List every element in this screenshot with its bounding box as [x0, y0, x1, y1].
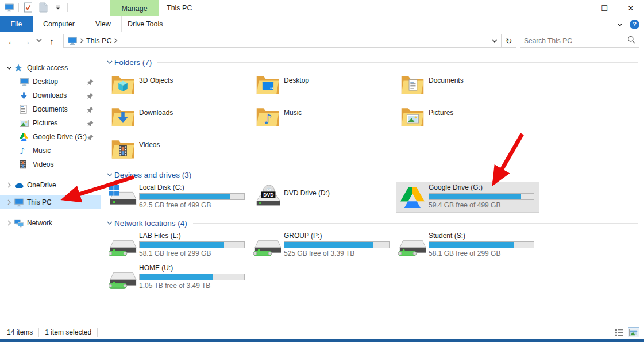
search-box[interactable] [520, 34, 639, 48]
sidebar-item-quick-access[interactable]: Quick access [0, 61, 101, 75]
tab-view[interactable]: View [85, 16, 121, 32]
chevron-down-icon[interactable] [105, 221, 114, 225]
refresh-icon[interactable]: ↻ [501, 34, 516, 47]
tile-desktop[interactable]: Desktop [251, 69, 395, 100]
pin-icon [87, 134, 94, 140]
tile-local-disk-c[interactable]: Local Disk (C:)62.5 GB free of 499 GB [106, 182, 250, 213]
videos-icon [20, 160, 26, 169]
section-header-network-locations-4[interactable]: Network locations (4) [105, 217, 639, 229]
chevron-down-icon[interactable] [5, 66, 14, 70]
ribbon-collapse-icon[interactable] [617, 19, 623, 29]
sidebar-item-documents[interactable]: Documents [0, 102, 101, 116]
sidebar-item-videos[interactable]: Videos [0, 157, 101, 171]
sidebar-item-google-drive-g[interactable]: Google Drive (G:) [0, 130, 101, 144]
tile-label: Videos [139, 141, 249, 149]
breadcrumb-this-pc[interactable]: This PC [86, 37, 111, 45]
net-drive-icon [109, 233, 137, 258]
history-dropdown-icon[interactable] [36, 38, 43, 44]
sidebar-item-desktop[interactable]: Desktop [0, 75, 101, 89]
properties-check-icon[interactable] [22, 2, 34, 13]
tile-dvd-drive-d[interactable]: DVDDVD Drive (D:) [251, 182, 395, 213]
chevron-right-icon[interactable] [5, 199, 14, 205]
contextual-group-manage[interactable]: Manage [110, 0, 159, 17]
close-button[interactable]: ✕ [618, 0, 644, 16]
folder-documents-icon [400, 71, 425, 98]
maximize-button[interactable]: ☐ [591, 0, 618, 16]
chevron-right-icon[interactable] [5, 182, 14, 188]
chevron-down-icon[interactable] [105, 60, 114, 64]
up-button[interactable]: ↑ [46, 37, 57, 45]
address-dropdown-icon[interactable] [488, 38, 501, 44]
pin-icon [87, 79, 94, 85]
sidebar-item-onedrive[interactable]: OneDrive [0, 178, 101, 192]
help-icon[interactable]: ? [630, 20, 639, 29]
chevron-down-icon[interactable] [105, 172, 114, 177]
gdrive-big-icon [400, 187, 425, 208]
content-pane: Folders (7)3D ObjectsDesktopDocumentsDow… [101, 49, 644, 325]
minimize-button[interactable]: – [565, 0, 591, 16]
capacity-bar [139, 274, 245, 280]
tab-computer[interactable]: Computer [33, 16, 85, 32]
tile-student-s[interactable]: Student (S:)58.1 GB free of 299 GB [396, 230, 539, 261]
this-pc-icon [14, 198, 24, 207]
tile-label: Documents [429, 76, 539, 84]
tab-file[interactable]: File [0, 16, 33, 32]
net-drive-icon [253, 233, 282, 258]
sidebar-item-this-pc[interactable]: This PC [0, 195, 101, 209]
search-input[interactable] [524, 37, 627, 45]
folder-pictures-icon [400, 103, 425, 130]
tile-videos[interactable]: Videos [106, 133, 250, 164]
sidebar-item-downloads[interactable]: Downloads [0, 89, 101, 102]
tile-3d-objects[interactable]: 3D Objects [106, 69, 250, 100]
address-bar[interactable]: This PC ↻ [63, 34, 516, 48]
details-view-icon[interactable] [613, 327, 624, 337]
sidebar-item-network[interactable]: Network [0, 216, 101, 230]
tab-drive-tools[interactable]: Drive Tools [121, 16, 169, 32]
tile-label: Student (S:) [429, 232, 539, 240]
tile-label: Pictures [429, 109, 539, 117]
tile-home-u[interactable]: HOME (U:)1.05 TB free of 3.49 TB [106, 262, 250, 293]
sidebar-item-label: Documents [33, 105, 68, 113]
sidebar-item-label: Network [27, 219, 52, 227]
thumbnail-view-icon[interactable] [628, 327, 639, 337]
tile-google-drive-g[interactable]: Google Drive (G:)59.4 GB free of 499 GB [396, 182, 539, 213]
section-divider [157, 62, 638, 63]
tile-label: DVD Drive (D:) [284, 189, 394, 197]
tile-music[interactable]: ♪Music [251, 101, 395, 132]
back-button[interactable]: ← [6, 37, 17, 45]
section-divider [197, 175, 638, 175]
new-item-icon[interactable] [37, 2, 49, 13]
free-space-text: 58.1 GB free of 299 GB [139, 249, 249, 258]
chevron-right-icon[interactable] [5, 220, 14, 226]
this-pc-icon[interactable] [3, 2, 15, 13]
tile-group-p[interactable]: GROUP (P:)525 GB free of 3.39 TB [251, 230, 395, 261]
sidebar-item-label: Music [33, 147, 51, 155]
tile-pictures[interactable]: Pictures [396, 101, 539, 132]
dvd-icon: DVD [253, 184, 282, 210]
folder-desktop-icon [255, 71, 280, 98]
section-header-folders-7[interactable]: Folders (7) [105, 56, 639, 68]
net-drive-icon [109, 265, 137, 290]
capacity-bar [429, 193, 534, 200]
sidebar-item-music[interactable]: ♪Music [0, 144, 101, 157]
capacity-bar [284, 241, 390, 248]
quick-access-toolbar [3, 2, 68, 13]
search-icon[interactable] [627, 36, 635, 46]
tile-label: Local Disk (C:) [139, 183, 249, 191]
sidebar-item-pictures[interactable]: Pictures [0, 116, 101, 130]
onedrive-icon [14, 182, 24, 189]
tile-lab-files-l[interactable]: LAB Files (L:)58.1 GB free of 299 GB [106, 230, 250, 261]
tile-label: HOME (U:) [139, 264, 249, 272]
tile-documents[interactable]: Documents [396, 69, 539, 100]
folder-3d-icon [110, 71, 136, 98]
breadcrumb-separator-icon[interactable] [114, 37, 118, 45]
pictures-icon [20, 120, 29, 127]
toolbar-separator [67, 3, 68, 12]
customize-toolbar-icon[interactable] [52, 2, 64, 13]
file-explorer-window: Manage This PC – ☐ ✕ File Computer View … [0, 0, 644, 342]
tile-downloads[interactable]: Downloads [106, 101, 250, 132]
forward-button[interactable]: → [21, 37, 32, 45]
section-header-devices-and-drives-3[interactable]: Devices and drives (3) [105, 169, 639, 180]
capacity-bar [139, 241, 245, 248]
tile-label: Google Drive (G:) [429, 183, 539, 191]
